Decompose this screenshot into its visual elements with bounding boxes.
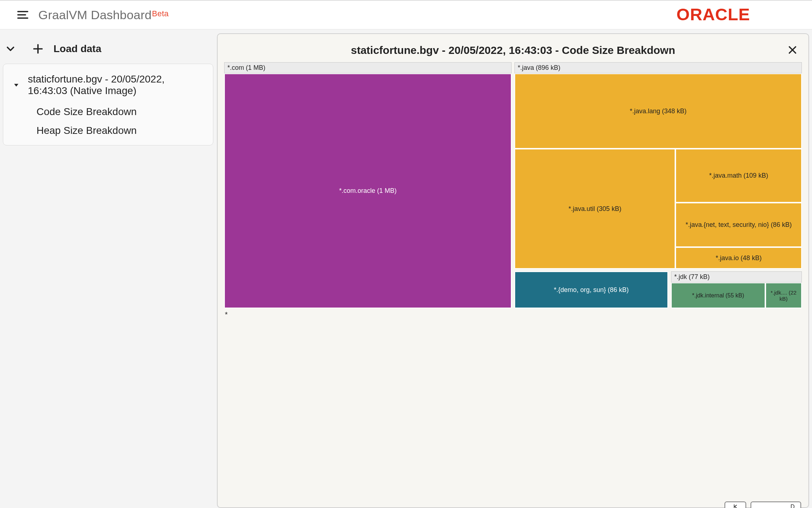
jdk-body: *.jdk.internal (55 kB) *.jdk.... (22 kB) xyxy=(671,283,802,308)
treemap-right-column: *.java (896 kB) *.java.lang (348 kB) *.j… xyxy=(514,62,802,308)
block-jdk-internal[interactable]: *.jdk.internal (55 kB) xyxy=(671,283,765,308)
oracle-logo: ORACLE xyxy=(676,5,806,24)
group-header-java[interactable]: *.java (896 kB) xyxy=(514,62,802,73)
block-demo-org-sun[interactable]: *.{demo, org, sun} (86 kB) xyxy=(514,271,668,308)
java-body: *.java.lang (348 kB) *.java.util (305 kB… xyxy=(514,73,802,269)
block-java-io[interactable]: *.java.io (48 kB) xyxy=(675,247,802,269)
panel-header: staticfortune.bgv - 20/05/2022, 16:43:03… xyxy=(224,38,802,62)
content: staticfortune.bgv - 20/05/2022, 16:43:03… xyxy=(217,30,812,508)
java-right: *.java.math (109 kB) *.java.{net, text, … xyxy=(675,149,802,269)
treemap-group-com: *.com (1 MB) *.com.oracle (1 MB) xyxy=(224,62,512,308)
trailing-group-header: * xyxy=(224,310,802,319)
app-title: GraalVM Dashboard Beta xyxy=(38,8,168,22)
topbar: GraalVM Dashboard Beta ORACLE xyxy=(0,0,812,30)
block-java-lang[interactable]: *.java.lang (348 kB) xyxy=(514,73,802,149)
dataset-tree-panel: staticfortune.bgv - 20/05/2022, 16:43:03… xyxy=(3,64,213,145)
dataset-root-label: staticfortune.bgv - 20/05/2022, 16:43:03… xyxy=(28,73,206,97)
treemap-group-java: *.java (896 kB) *.java.lang (348 kB) *.j… xyxy=(514,62,802,269)
app-beta-badge: Beta xyxy=(152,9,168,18)
group-header-jdk[interactable]: *.jdk (77 kB) xyxy=(671,271,802,283)
svg-marker-6 xyxy=(14,84,18,87)
block-com-oracle[interactable]: *.com.oracle (1 MB) xyxy=(224,73,512,308)
sidebar: Load data staticfortune.bgv - 20/05/2022… xyxy=(0,30,217,508)
treemap: *.com (1 MB) *.com.oracle (1 MB) *.java … xyxy=(224,62,802,308)
topbar-left: GraalVM Dashboard Beta xyxy=(0,7,168,22)
block-jdk-other[interactable]: *.jdk.... (22 kB) xyxy=(765,283,802,308)
load-data-label[interactable]: Load data xyxy=(54,43,101,55)
chevron-down-icon[interactable] xyxy=(4,42,17,56)
java-lower: *.java.util (305 kB) *.java.math (109 kB… xyxy=(514,149,802,269)
dataset-root[interactable]: staticfortune.bgv - 20/05/2022, 16:43:03… xyxy=(13,73,206,97)
dataset-children: Code Size Breakdown Heap Size Breakdown xyxy=(37,106,206,136)
breakdown-panel: staticfortune.bgv - 20/05/2022, 16:43:03… xyxy=(217,33,809,508)
partial-button-first[interactable] xyxy=(725,501,746,508)
triangle-down-icon xyxy=(13,81,20,89)
svg-text:ORACLE: ORACLE xyxy=(676,5,750,24)
close-icon[interactable] xyxy=(786,43,799,56)
app-title-text: GraalVM Dashboard xyxy=(38,8,151,22)
partial-button-second-hint: D xyxy=(790,504,795,508)
load-data-row: Load data xyxy=(1,35,213,64)
block-java-util[interactable]: *.java.util (305 kB) xyxy=(514,149,675,269)
group-header-com[interactable]: *.com (1 MB) xyxy=(224,62,512,73)
main: Load data staticfortune.bgv - 20/05/2022… xyxy=(0,30,812,508)
tree-item-code-size[interactable]: Code Size Breakdown xyxy=(37,106,206,118)
partial-buttons: D xyxy=(725,501,801,508)
plus-icon[interactable] xyxy=(31,42,45,56)
panel-title: staticfortune.bgv - 20/05/2022, 16:43:03… xyxy=(351,44,675,56)
partial-button-second[interactable]: D xyxy=(751,501,801,508)
menu-icon[interactable] xyxy=(15,7,30,22)
treemap-bottom-row: *.{demo, org, sun} (86 kB) *.jdk (77 kB)… xyxy=(514,271,802,308)
block-java-net[interactable]: *.java.{net, text, security, nio} (86 kB… xyxy=(675,203,802,247)
treemap-group-jdk: *.jdk (77 kB) *.jdk.internal (55 kB) *.j… xyxy=(671,271,802,308)
tree-item-heap-size[interactable]: Heap Size Breakdown xyxy=(37,125,206,136)
block-java-math[interactable]: *.java.math (109 kB) xyxy=(675,149,802,203)
